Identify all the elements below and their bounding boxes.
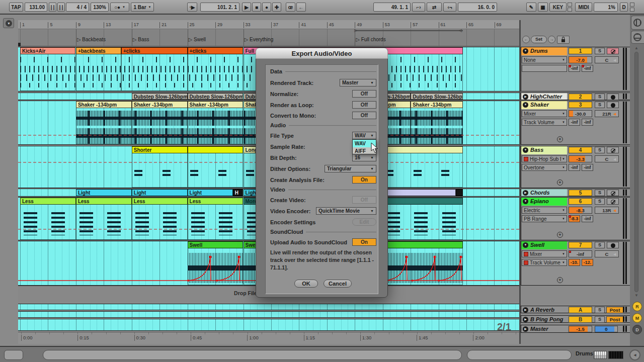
arm-button[interactable] <box>607 48 619 54</box>
dialog-toggle-off[interactable]: Off <box>352 101 376 109</box>
track-number[interactable]: 1 <box>569 48 592 54</box>
volume-box[interactable]: -30.0 <box>569 110 592 117</box>
dialog-select-16[interactable]: 16▼ <box>352 154 376 161</box>
clip[interactable]: Shaker -134bpm <box>188 101 244 108</box>
dialog-select-quicktime-movie[interactable]: QuickTime Movie▼ <box>316 207 376 215</box>
loop-length-field[interactable]: 16. 0. 0 <box>458 3 497 12</box>
bar-ruler[interactable]: 159131721252933374145495357616569 <box>18 20 519 29</box>
punch-in-icon[interactable]: ⌐› <box>412 3 425 12</box>
device-chooser[interactable]: Electric▼ <box>522 207 567 214</box>
record-icon[interactable]: ● <box>262 3 271 12</box>
punch-out-icon[interactable]: ‹¬ <box>443 3 456 12</box>
locator-strip[interactable]: ▷◁▷ Backbeats▷ Bass▷ Swell▷ Everything▷ … <box>18 29 519 46</box>
solo-button[interactable]: S <box>595 94 605 100</box>
post-toggle[interactable]: Post <box>606 316 623 323</box>
track-number[interactable]: 7 <box>569 242 592 248</box>
track-header[interactable]: ▶A Reverb <box>521 306 567 313</box>
track-number[interactable]: 2 <box>569 94 592 100</box>
arm-button[interactable] <box>607 198 619 205</box>
track-header[interactable]: ▼Drums <box>521 47 567 55</box>
collapse-device-button[interactable]: ◂ <box>629 349 640 360</box>
draw-mode-icon[interactable]: ✎ <box>526 3 536 12</box>
mini-keyboard-icon[interactable] <box>594 351 607 359</box>
metronome-menu[interactable]: ○●▼ <box>110 3 129 12</box>
solo-button[interactable]: S <box>595 307 605 313</box>
send-value[interactable]: -inf <box>582 119 593 126</box>
control-chooser[interactable]: Overtone▼ <box>522 164 567 171</box>
volume-box[interactable]: -8.3 <box>569 207 592 214</box>
return-lane[interactable] <box>18 319 519 331</box>
prev-locator-button[interactable]: ← <box>522 36 530 43</box>
dialog-edit-button[interactable]: Edit <box>352 218 376 226</box>
locator-flag[interactable]: ▷ Backbeats <box>77 37 132 43</box>
dialog-select-triangular[interactable]: Triangular▼ <box>325 165 376 172</box>
automation-arm-icon[interactable]: œ <box>286 3 295 12</box>
track-number[interactable]: 6 <box>569 198 592 205</box>
locator-flag[interactable]: ▷ Everything <box>245 37 300 43</box>
collapse-arrow-icon[interactable]: ▼ <box>523 48 528 54</box>
locator-flag[interactable]: ▷ Bass <box>133 37 188 43</box>
dialog-toggle-off[interactable]: Off <box>352 90 376 98</box>
send-value[interactable]: -inf <box>569 119 580 126</box>
clip[interactable]: Light <box>132 189 188 196</box>
re-enable-automation-icon[interactable]: ← <box>296 3 306 12</box>
pan-box[interactable]: 13R◀ <box>595 207 619 214</box>
clip[interactable] <box>188 146 244 153</box>
clip[interactable]: Less <box>20 198 76 205</box>
track-header[interactable]: ▶Master <box>521 325 567 332</box>
add-automation-lane-button[interactable]: + <box>557 136 563 142</box>
clip[interactable] <box>456 189 463 196</box>
collapse-arrow-icon[interactable]: ▼ <box>523 102 528 108</box>
track-header[interactable]: ▶B Ping Pong <box>521 316 567 322</box>
cancel-button[interactable]: Cancel <box>324 280 352 288</box>
volume-box[interactable]: -inf <box>569 250 592 257</box>
rail-toggle-m[interactable]: M <box>632 313 642 323</box>
send-value[interactable]: -inf <box>582 164 593 171</box>
solo-button[interactable]: S <box>595 198 605 205</box>
track-header[interactable]: ▼Epiano <box>521 198 567 206</box>
add-automation-lane-button[interactable]: + <box>557 277 563 283</box>
time-ruler[interactable]: 0:000:150:300:451:001:151:301:452:00 <box>18 332 519 344</box>
dialog-select-wav[interactable]: WAV▼ <box>352 132 376 139</box>
dialog-toggle-off[interactable]: Off <box>352 196 376 204</box>
track-header[interactable]: ▼Bass <box>521 146 567 154</box>
track-header[interactable]: ▼Swell <box>521 241 567 249</box>
send-value[interactable]: -inf <box>569 164 580 171</box>
dialog-select-master[interactable]: Master▼ <box>340 79 376 86</box>
clip[interactable]: Dubstep Slow-126bpm <box>132 93 188 100</box>
expand-arrow-icon[interactable]: ▶ <box>523 94 528 100</box>
control-chooser[interactable]: PB Range▼ <box>522 215 567 222</box>
collapse-arrow-icon[interactable]: ▼ <box>523 242 528 248</box>
device-chooser[interactable]: Mixer▼ <box>522 250 567 257</box>
loop-lock-button[interactable] <box>557 36 570 44</box>
ok-button[interactable]: OK <box>294 280 318 288</box>
clip[interactable]: Less <box>188 198 244 205</box>
computer-midi-keyboard-icon[interactable]: ▦ <box>538 3 548 12</box>
solo-button[interactable]: S <box>595 147 605 153</box>
scrollbar-track[interactable] <box>634 52 638 292</box>
browser-toggle-button[interactable]: ▼ <box>3 18 14 28</box>
disk-overload-button[interactable]: D <box>620 3 628 12</box>
clip[interactable]: Light <box>188 189 233 196</box>
pan-box[interactable]: C◀ <box>595 155 619 162</box>
mixer-section-toggle[interactable] <box>631 16 644 30</box>
rail-toggle-d[interactable]: D <box>632 325 642 334</box>
clip[interactable]: Dubstep Slow-126bpm <box>188 93 244 100</box>
master-pan[interactable]: 0 <box>595 326 618 332</box>
play-icon[interactable]: ▶ <box>242 3 251 12</box>
arrangement-position-field[interactable]: 101. 2. 1 <box>200 3 239 12</box>
loop-icon[interactable]: ⇄ <box>427 3 442 12</box>
track-number[interactable]: 5 <box>569 190 592 196</box>
arm-button[interactable] <box>607 102 619 108</box>
clip[interactable]: Kicks+Air <box>20 47 75 54</box>
tap-tempo-button[interactable]: TAP <box>9 3 23 12</box>
add-automation-lane-button[interactable]: + <box>557 232 563 238</box>
loop-start-field[interactable]: 49. 1. 1 <box>373 3 411 12</box>
send-value[interactable]: -inf <box>569 65 580 72</box>
clip[interactable]: +clicks <box>188 47 244 54</box>
clip[interactable]: H <box>233 189 244 196</box>
pan-box[interactable]: C◀ <box>595 56 619 63</box>
add-automation-lane-button[interactable]: + <box>557 179 563 186</box>
volume-box[interactable]: -7.0 <box>569 56 592 63</box>
track-header[interactable]: ▶Chords <box>521 189 567 196</box>
